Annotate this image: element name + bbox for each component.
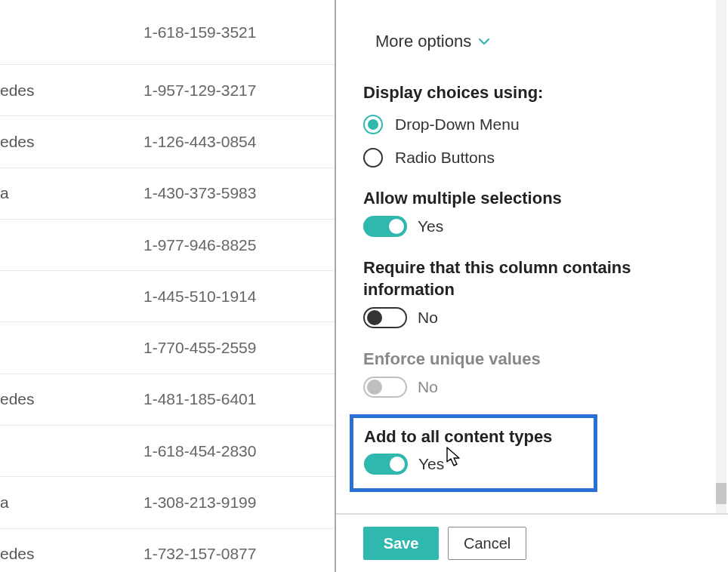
row-phone: 1-977-946-8825 [143, 236, 256, 254]
panel-footer: Save Cancel [336, 513, 728, 572]
more-options-toggle[interactable]: More options [363, 32, 489, 51]
highlight-add-content-types: Add to all content types Yes [350, 414, 597, 493]
radio-icon-unselected [363, 148, 383, 168]
all-content-types-toggle[interactable] [364, 454, 408, 475]
row-phone: 1-308-213-9199 [143, 494, 256, 512]
allow-multiple-value: Yes [418, 217, 443, 235]
row-make: a [0, 184, 30, 202]
row-phone: 1-430-373-5983 [143, 184, 256, 202]
radio-radiobuttons-label: Radio Buttons [395, 149, 495, 167]
require-info-toggle[interactable] [363, 307, 407, 328]
allow-multiple-toggle[interactable] [363, 216, 407, 237]
radio-dropdown-label: Drop-Down Menu [395, 115, 520, 134]
row-phone: 1-618-159-3521 [143, 23, 256, 42]
all-content-types-label: Add to all content types [364, 426, 583, 448]
radio-dropdown[interactable]: Drop-Down Menu [363, 115, 701, 134]
save-button[interactable]: Save [363, 527, 439, 560]
row-make: edes [0, 133, 30, 151]
require-info-label: Require that this column contains inform… [363, 257, 701, 301]
column-settings-panel: More options Display choices using: Drop… [335, 0, 728, 572]
row-phone: 1-957-129-3217 [143, 81, 256, 100]
row-phone: 1-126-443-0854 [143, 133, 256, 151]
enforce-unique-toggle [363, 377, 407, 398]
all-content-types-value: Yes [418, 455, 444, 473]
radio-icon-selected [363, 115, 383, 134]
row-make: edes [0, 545, 30, 563]
enforce-unique-value: No [418, 378, 438, 396]
row-make: a [0, 494, 30, 512]
row-make: edes [0, 390, 30, 408]
cancel-button[interactable]: Cancel [448, 527, 526, 560]
row-phone: 1-481-185-6401 [143, 390, 256, 408]
row-phone: 1-618-454-2830 [143, 442, 256, 460]
radio-radiobuttons[interactable]: Radio Buttons [363, 148, 701, 168]
require-info-value: No [418, 309, 438, 327]
row-phone: 1-445-510-1914 [143, 288, 256, 306]
allow-multiple-label: Allow multiple selections [363, 187, 701, 210]
display-choices-heading: Display choices using: [363, 83, 701, 103]
row-phone: 1-732-157-0877 [143, 545, 256, 563]
row-make: edes [0, 81, 30, 100]
row-phone: 1-770-455-2559 [143, 339, 256, 357]
enforce-unique-label: Enforce unique values [363, 348, 701, 371]
chevron-down-icon [479, 36, 489, 47]
more-options-label: More options [375, 32, 471, 51]
